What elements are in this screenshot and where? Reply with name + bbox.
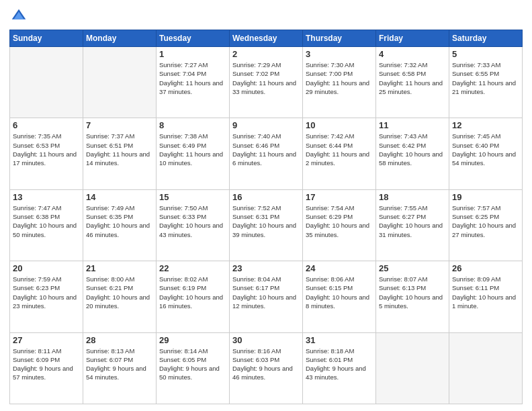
day-number: 9: [232, 120, 300, 130]
calendar-cell: 24Sunrise: 8:06 AMSunset: 6:15 PMDayligh…: [303, 261, 376, 332]
calendar-cell: 29Sunrise: 8:14 AMSunset: 6:05 PMDayligh…: [157, 332, 230, 404]
col-saturday: Saturday: [449, 30, 523, 47]
day-info: Sunrise: 7:54 AMSunset: 6:29 PMDaylight:…: [306, 203, 373, 239]
calendar-week-4: 20Sunrise: 7:59 AMSunset: 6:23 PMDayligh…: [10, 261, 523, 332]
day-number: 23: [232, 263, 300, 273]
calendar-cell: [10, 47, 83, 118]
calendar-table: Sunday Monday Tuesday Wednesday Thursday…: [9, 30, 523, 404]
col-wednesday: Wednesday: [230, 30, 303, 47]
day-info: Sunrise: 7:42 AMSunset: 6:44 PMDaylight:…: [306, 132, 373, 167]
day-number: 12: [452, 120, 519, 130]
logo: [9, 7, 31, 26]
day-info: Sunrise: 7:43 AMSunset: 6:42 PMDaylight:…: [379, 132, 446, 167]
day-number: 2: [232, 49, 300, 59]
calendar-cell: 15Sunrise: 7:50 AMSunset: 6:33 PMDayligh…: [157, 189, 230, 261]
calendar-cell: 27Sunrise: 8:11 AMSunset: 6:09 PMDayligh…: [10, 332, 83, 404]
day-info: Sunrise: 7:59 AMSunset: 6:23 PMDaylight:…: [13, 275, 80, 310]
day-info: Sunrise: 7:47 AMSunset: 6:38 PMDaylight:…: [13, 203, 80, 239]
day-info: Sunrise: 8:06 AMSunset: 6:15 PMDaylight:…: [306, 275, 373, 310]
calendar-cell: 31Sunrise: 8:18 AMSunset: 6:01 PMDayligh…: [303, 332, 376, 404]
day-info: Sunrise: 8:00 AMSunset: 6:21 PMDaylight:…: [86, 275, 153, 310]
calendar-cell: 28Sunrise: 8:13 AMSunset: 6:07 PMDayligh…: [83, 332, 157, 404]
calendar-cell: 5Sunrise: 7:33 AMSunset: 6:55 PMDaylight…: [449, 47, 523, 118]
day-number: 8: [159, 120, 226, 130]
day-info: Sunrise: 7:50 AMSunset: 6:33 PMDaylight:…: [159, 203, 226, 239]
day-number: 5: [452, 49, 519, 59]
calendar-cell: [83, 47, 157, 118]
day-info: Sunrise: 7:35 AMSunset: 6:53 PMDaylight:…: [13, 132, 80, 167]
day-number: 3: [306, 49, 373, 59]
day-number: 20: [13, 263, 80, 273]
calendar-cell: 23Sunrise: 8:04 AMSunset: 6:17 PMDayligh…: [230, 261, 303, 332]
calendar-cell: 17Sunrise: 7:54 AMSunset: 6:29 PMDayligh…: [303, 189, 376, 261]
day-number: 1: [159, 49, 226, 59]
day-info: Sunrise: 8:18 AMSunset: 6:01 PMDaylight:…: [306, 347, 373, 382]
day-info: Sunrise: 8:13 AMSunset: 6:07 PMDaylight:…: [86, 347, 153, 382]
day-info: Sunrise: 8:02 AMSunset: 6:19 PMDaylight:…: [159, 275, 226, 310]
calendar-week-3: 13Sunrise: 7:47 AMSunset: 6:38 PMDayligh…: [10, 189, 523, 261]
calendar-cell: 12Sunrise: 7:45 AMSunset: 6:40 PMDayligh…: [449, 118, 523, 189]
col-friday: Friday: [376, 30, 449, 47]
day-info: Sunrise: 7:29 AMSunset: 7:02 PMDaylight:…: [232, 60, 300, 96]
day-info: Sunrise: 7:49 AMSunset: 6:35 PMDaylight:…: [86, 203, 153, 239]
calendar-cell: 30Sunrise: 8:16 AMSunset: 6:03 PMDayligh…: [230, 332, 303, 404]
calendar-cell: 16Sunrise: 7:52 AMSunset: 6:31 PMDayligh…: [230, 189, 303, 261]
calendar-header-row: Sunday Monday Tuesday Wednesday Thursday…: [10, 30, 523, 47]
calendar-cell: 3Sunrise: 7:30 AMSunset: 7:00 PMDaylight…: [303, 47, 376, 118]
day-number: 11: [379, 120, 446, 130]
calendar-week-2: 6Sunrise: 7:35 AMSunset: 6:53 PMDaylight…: [10, 118, 523, 189]
day-number: 13: [13, 192, 80, 202]
day-info: Sunrise: 8:11 AMSunset: 6:09 PMDaylight:…: [13, 347, 80, 382]
day-info: Sunrise: 7:33 AMSunset: 6:55 PMDaylight:…: [452, 60, 519, 96]
day-info: Sunrise: 8:09 AMSunset: 6:11 PMDaylight:…: [452, 275, 519, 310]
calendar-cell: 11Sunrise: 7:43 AMSunset: 6:42 PMDayligh…: [376, 118, 449, 189]
calendar-cell: 20Sunrise: 7:59 AMSunset: 6:23 PMDayligh…: [10, 261, 83, 332]
calendar-cell: 25Sunrise: 8:07 AMSunset: 6:13 PMDayligh…: [376, 261, 449, 332]
day-number: 30: [232, 335, 300, 345]
day-number: 14: [86, 192, 153, 202]
day-number: 18: [379, 192, 446, 202]
day-info: Sunrise: 7:27 AMSunset: 7:04 PMDaylight:…: [159, 60, 226, 96]
calendar-cell: 18Sunrise: 7:55 AMSunset: 6:27 PMDayligh…: [376, 189, 449, 261]
calendar-week-5: 27Sunrise: 8:11 AMSunset: 6:09 PMDayligh…: [10, 332, 523, 404]
day-info: Sunrise: 7:32 AMSunset: 6:58 PMDaylight:…: [379, 60, 446, 96]
calendar-cell: [376, 332, 449, 404]
day-info: Sunrise: 8:16 AMSunset: 6:03 PMDaylight:…: [232, 347, 300, 382]
day-info: Sunrise: 8:07 AMSunset: 6:13 PMDaylight:…: [379, 275, 446, 310]
day-number: 27: [13, 335, 80, 345]
header: [9, 7, 523, 26]
calendar-cell: 8Sunrise: 7:38 AMSunset: 6:49 PMDaylight…: [157, 118, 230, 189]
page: Sunday Monday Tuesday Wednesday Thursday…: [0, 0, 532, 411]
calendar-cell: 6Sunrise: 7:35 AMSunset: 6:53 PMDaylight…: [10, 118, 83, 189]
calendar-cell: 14Sunrise: 7:49 AMSunset: 6:35 PMDayligh…: [83, 189, 157, 261]
calendar-cell: 7Sunrise: 7:37 AMSunset: 6:51 PMDaylight…: [83, 118, 157, 189]
day-number: 19: [452, 192, 519, 202]
calendar-cell: 22Sunrise: 8:02 AMSunset: 6:19 PMDayligh…: [157, 261, 230, 332]
calendar-cell: [449, 332, 523, 404]
calendar-cell: 4Sunrise: 7:32 AMSunset: 6:58 PMDaylight…: [376, 47, 449, 118]
day-number: 6: [13, 120, 80, 130]
calendar-cell: 21Sunrise: 8:00 AMSunset: 6:21 PMDayligh…: [83, 261, 157, 332]
calendar-cell: 13Sunrise: 7:47 AMSunset: 6:38 PMDayligh…: [10, 189, 83, 261]
day-number: 15: [159, 192, 226, 202]
day-number: 25: [379, 263, 446, 273]
day-info: Sunrise: 7:37 AMSunset: 6:51 PMDaylight:…: [86, 132, 153, 167]
day-number: 16: [232, 192, 300, 202]
day-info: Sunrise: 7:40 AMSunset: 6:46 PMDaylight:…: [232, 132, 300, 167]
day-info: Sunrise: 7:30 AMSunset: 7:00 PMDaylight:…: [306, 60, 373, 96]
day-info: Sunrise: 7:57 AMSunset: 6:25 PMDaylight:…: [452, 203, 519, 239]
day-number: 24: [306, 263, 373, 273]
day-info: Sunrise: 8:14 AMSunset: 6:05 PMDaylight:…: [159, 347, 226, 382]
day-info: Sunrise: 7:52 AMSunset: 6:31 PMDaylight:…: [232, 203, 300, 239]
col-sunday: Sunday: [10, 30, 83, 47]
day-number: 29: [159, 335, 226, 345]
day-info: Sunrise: 8:04 AMSunset: 6:17 PMDaylight:…: [232, 275, 300, 310]
calendar-cell: 1Sunrise: 7:27 AMSunset: 7:04 PMDaylight…: [157, 47, 230, 118]
col-thursday: Thursday: [303, 30, 376, 47]
day-info: Sunrise: 7:55 AMSunset: 6:27 PMDaylight:…: [379, 203, 446, 239]
day-number: 22: [159, 263, 226, 273]
calendar-week-1: 1Sunrise: 7:27 AMSunset: 7:04 PMDaylight…: [10, 47, 523, 118]
day-info: Sunrise: 7:38 AMSunset: 6:49 PMDaylight:…: [159, 132, 226, 167]
day-info: Sunrise: 7:45 AMSunset: 6:40 PMDaylight:…: [452, 132, 519, 167]
day-number: 31: [306, 335, 373, 345]
